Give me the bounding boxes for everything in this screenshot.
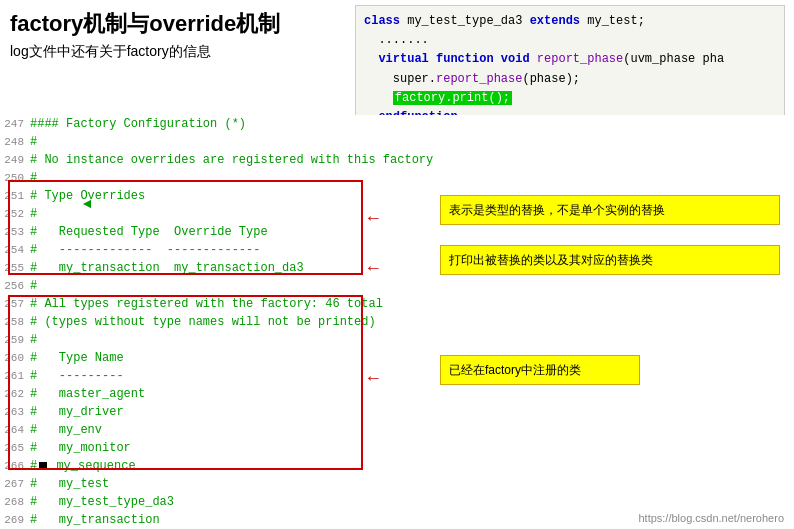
log-line: 256# bbox=[0, 277, 794, 295]
line-content: # Requested Type Override Type bbox=[30, 223, 794, 241]
line-number: 267 bbox=[0, 475, 30, 493]
line-number: 255 bbox=[0, 259, 30, 277]
log-line: 260# Type Name bbox=[0, 349, 794, 367]
log-line: 258# (types without type names will not … bbox=[0, 313, 794, 331]
page: factory机制与override机制 log文件中还有关于factory的信… bbox=[0, 0, 794, 529]
title-area: factory机制与override机制 log文件中还有关于factory的信… bbox=[10, 10, 350, 61]
type-overrides-arrow: ◄ bbox=[83, 196, 91, 212]
line-number: 247 bbox=[0, 115, 30, 133]
line-content: # bbox=[30, 169, 794, 187]
line-number: 250 bbox=[0, 169, 30, 187]
line-number: 253 bbox=[0, 223, 30, 241]
watermark: https://blog.csdn.net/nerohero bbox=[638, 512, 784, 524]
line-content: # my_sequence bbox=[30, 457, 794, 475]
log-line: 266# my_sequence bbox=[0, 457, 794, 475]
line-content: # --------- bbox=[30, 367, 794, 385]
line-number: 249 bbox=[0, 151, 30, 169]
code-line-4: super.report_phase(phase); bbox=[364, 70, 776, 89]
line-number: 257 bbox=[0, 295, 30, 313]
line-number: 266 bbox=[0, 457, 30, 475]
line-number: 264 bbox=[0, 421, 30, 439]
line-content: # my_test_type_da3 bbox=[30, 493, 794, 511]
line-number: 262 bbox=[0, 385, 30, 403]
log-line: 262# master_agent bbox=[0, 385, 794, 403]
line-content: # my_test bbox=[30, 475, 794, 493]
code-line-2: ....... bbox=[364, 31, 776, 50]
line-number: 258 bbox=[0, 313, 30, 331]
log-line: 267# my_test bbox=[0, 475, 794, 493]
line-content: # No instance overrides are registered w… bbox=[30, 151, 794, 169]
main-title: factory机制与override机制 bbox=[10, 10, 350, 39]
annotation-type-override: 表示是类型的替换，不是单个实例的替换 bbox=[440, 195, 780, 225]
line-number: 248 bbox=[0, 133, 30, 151]
line-content: # bbox=[30, 277, 794, 295]
line-number: 260 bbox=[0, 349, 30, 367]
log-area: 247#### Factory Configuration (*)248#249… bbox=[0, 115, 794, 504]
line-number: 269 bbox=[0, 511, 30, 529]
arrow-type-override: ← bbox=[368, 208, 379, 228]
log-line: 257# All types registered with the facto… bbox=[0, 295, 794, 313]
line-content: # All types registered with the factory:… bbox=[30, 295, 794, 313]
sub-title: log文件中还有关于factory的信息 bbox=[10, 43, 350, 61]
line-number: 263 bbox=[0, 403, 30, 421]
log-line: 247#### Factory Configuration (*) bbox=[0, 115, 794, 133]
line-content: # (types without type names will not be … bbox=[30, 313, 794, 331]
log-line: 263# my_driver bbox=[0, 403, 794, 421]
log-line: 265# my_monitor bbox=[0, 439, 794, 457]
line-number: 265 bbox=[0, 439, 30, 457]
log-line: 250# bbox=[0, 169, 794, 187]
log-line: 259# bbox=[0, 331, 794, 349]
arrow-registered: ← bbox=[368, 368, 379, 388]
line-content: # master_agent bbox=[30, 385, 794, 403]
log-line: 268# my_test_type_da3 bbox=[0, 493, 794, 511]
line-content: # Type Name bbox=[30, 349, 794, 367]
log-line: 249# No instance overrides are registere… bbox=[0, 151, 794, 169]
line-number: 254 bbox=[0, 241, 30, 259]
line-number: 251 bbox=[0, 187, 30, 205]
line-number: 256 bbox=[0, 277, 30, 295]
line-content: #### Factory Configuration (*) bbox=[30, 115, 794, 133]
annotation-registered: 已经在factory中注册的类 bbox=[440, 355, 640, 385]
line-content: # bbox=[30, 331, 794, 349]
code-line-3: virtual function void report_phase(uvm_p… bbox=[364, 50, 776, 69]
line-number: 252 bbox=[0, 205, 30, 223]
code-line-5: factory.print(); bbox=[364, 89, 776, 108]
log-line: 261# --------- bbox=[0, 367, 794, 385]
line-content: # bbox=[30, 133, 794, 151]
line-content: # my_monitor bbox=[30, 439, 794, 457]
log-line: 248# bbox=[0, 133, 794, 151]
arrow-print: ← bbox=[368, 258, 379, 278]
log-line: 253# Requested Type Override Type bbox=[0, 223, 794, 241]
line-content: # my_env bbox=[30, 421, 794, 439]
line-number: 261 bbox=[0, 367, 30, 385]
code-line-1: class my_test_type_da3 extends my_test; bbox=[364, 12, 776, 31]
line-number: 259 bbox=[0, 331, 30, 349]
line-content: # my_driver bbox=[30, 403, 794, 421]
log-line: 264# my_env bbox=[0, 421, 794, 439]
annotation-print: 打印出被替换的类以及其对应的替换类 bbox=[440, 245, 780, 275]
line-number: 268 bbox=[0, 493, 30, 511]
